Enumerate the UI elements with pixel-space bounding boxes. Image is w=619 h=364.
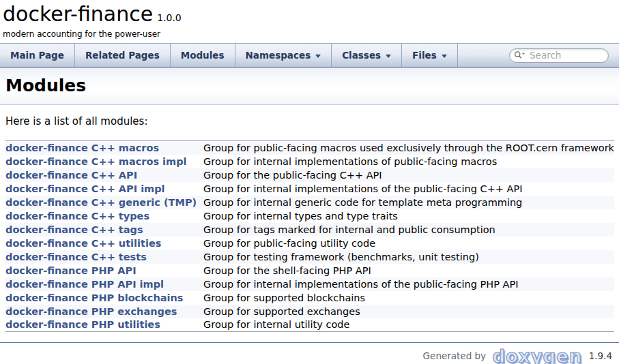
tab-label: Files <box>412 50 437 61</box>
module-description: Group for public-facing utility code <box>203 237 614 250</box>
contents: Here is a list of all modules: docker-fi… <box>0 115 619 332</box>
table-row: docker-finance PHP blockchainsGroup for … <box>5 291 614 305</box>
module-description: Group for public-facing macros used excl… <box>203 141 614 155</box>
tab-classes[interactable]: Classes <box>332 44 402 67</box>
search-box[interactable] <box>509 48 609 63</box>
module-link[interactable]: docker-finance C++ tags <box>5 224 143 235</box>
footer: Generated by doxygen 1.9.4 <box>0 343 619 364</box>
tab-label: Main Page <box>10 50 64 61</box>
modules-table: docker-finance C++ macrosGroup for publi… <box>5 140 614 332</box>
doxygen-logo[interactable]: doxygen <box>492 349 582 364</box>
search-input[interactable] <box>528 49 603 61</box>
title-area: docker-finance1.0.0 modern accounting fo… <box>0 0 619 43</box>
table-row: docker-finance C++ utilitiesGroup for pu… <box>5 237 614 250</box>
tab-label: Related Pages <box>85 50 160 61</box>
module-link[interactable]: docker-finance PHP blockchains <box>5 292 183 303</box>
module-description: Group for internal types and type traits <box>203 209 614 223</box>
project-name: docker-finance1.0.0 <box>3 3 619 29</box>
table-row: docker-finance PHP exchangesGroup for su… <box>5 305 614 318</box>
module-description: Group for tags marked for internal and p… <box>203 223 614 237</box>
module-description: Group for internal implementations of pu… <box>203 155 614 168</box>
page-header: Modules <box>0 67 619 105</box>
page-title: Modules <box>5 76 614 95</box>
tab-label: Namespaces <box>246 50 311 61</box>
module-link[interactable]: docker-finance C++ macros impl <box>5 156 187 167</box>
module-link[interactable]: docker-finance C++ utilities <box>5 238 161 249</box>
table-row: docker-finance PHP APIGroup for the shel… <box>5 264 614 277</box>
module-description: Group for testing framework (benchmarks,… <box>203 250 614 264</box>
table-row: docker-finance C++ APIGroup for the publ… <box>5 168 614 182</box>
tab-main-page[interactable]: Main Page <box>0 44 75 67</box>
table-row: docker-finance C++ testsGroup for testin… <box>5 250 614 264</box>
module-link[interactable]: docker-finance C++ tests <box>5 252 147 262</box>
tab-label: Classes <box>342 50 381 61</box>
module-description: Group for the public-facing C++ API <box>203 168 614 182</box>
module-description: Group for internal generic code for temp… <box>203 196 614 209</box>
tab-namespaces[interactable]: Namespaces <box>235 44 332 67</box>
module-link[interactable]: docker-finance C++ types <box>5 211 149 222</box>
module-link[interactable]: docker-finance C++ API <box>5 170 137 181</box>
project-version: 1.0.0 <box>157 12 182 23</box>
nav-tab-list: Main PageRelated PagesModulesNamespacesC… <box>0 44 458 67</box>
chevron-down-icon <box>315 55 321 58</box>
module-link[interactable]: docker-finance C++ macros <box>5 142 159 153</box>
module-description: Group for internal implementations of th… <box>203 277 614 291</box>
table-row: docker-finance C++ tagsGroup for tags ma… <box>5 223 614 237</box>
module-link[interactable]: docker-finance C++ API impl <box>5 183 165 194</box>
main-nav-bar: Main PageRelated PagesModulesNamespacesC… <box>0 43 619 67</box>
intro-text: Here is a list of all modules: <box>5 115 614 127</box>
project-name-text: docker-finance <box>3 2 153 26</box>
table-row: docker-finance PHP utilitiesGroup for in… <box>5 318 614 332</box>
module-description: Group for the shell-facing PHP API <box>203 264 614 277</box>
table-row: docker-finance C++ API implGroup for int… <box>5 182 614 196</box>
doxygen-version: 1.9.4 <box>589 350 612 361</box>
tab-modules[interactable]: Modules <box>171 44 235 67</box>
tab-label: Modules <box>181 50 225 61</box>
table-row: docker-finance C++ macrosGroup for publi… <box>5 141 614 155</box>
table-row: docker-finance C++ generic (TMP)Group fo… <box>5 196 614 209</box>
table-row: docker-finance C++ typesGroup for intern… <box>5 209 614 223</box>
module-description: Group for internal implementations of th… <box>203 182 614 196</box>
module-link[interactable]: docker-finance C++ generic (TMP) <box>5 197 197 208</box>
tab-related-pages[interactable]: Related Pages <box>75 44 171 67</box>
table-row: docker-finance C++ macros implGroup for … <box>5 155 614 168</box>
module-description: Group for internal utility code <box>203 318 614 332</box>
module-description: Group for supported exchanges <box>203 305 614 318</box>
table-row: docker-finance PHP API implGroup for int… <box>5 277 614 291</box>
tab-files[interactable]: Files <box>402 44 458 67</box>
chevron-down-icon <box>386 55 391 58</box>
module-link[interactable]: docker-finance PHP exchanges <box>5 306 177 317</box>
project-brief: modern accounting for the power-user <box>3 29 619 39</box>
module-link[interactable]: docker-finance PHP API impl <box>5 279 164 290</box>
chevron-down-icon <box>442 55 447 58</box>
module-link[interactable]: docker-finance PHP API <box>5 265 136 276</box>
generated-by-text: Generated by <box>423 350 486 361</box>
module-link[interactable]: docker-finance PHP utilities <box>5 319 160 330</box>
search-icon <box>514 50 526 60</box>
module-description: Group for supported blockchains <box>203 291 614 305</box>
